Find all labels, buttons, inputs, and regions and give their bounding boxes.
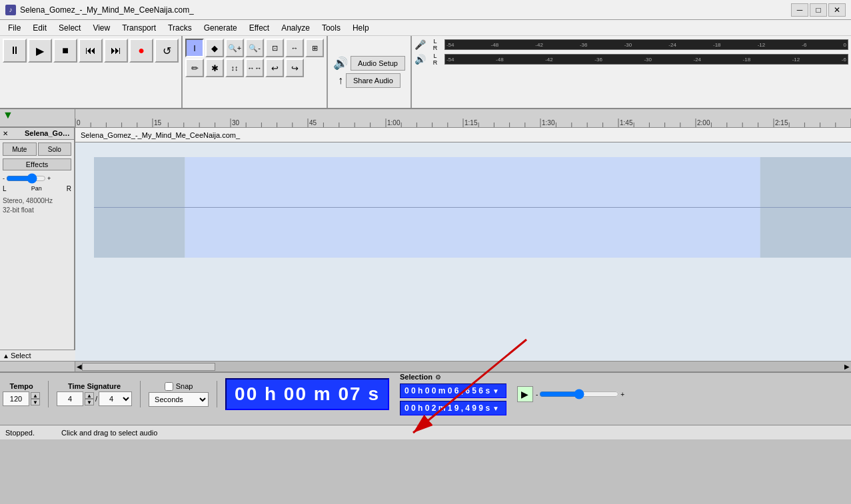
snap-dropdown[interactable]: Seconds Beats Bars Samples <box>149 392 209 407</box>
undo-button[interactable]: ↩ <box>265 59 284 77</box>
multi-tool-button[interactable]: ✱ <box>205 59 224 77</box>
mic-icon[interactable]: 🎤 <box>415 39 426 50</box>
menu-select[interactable]: Select <box>53 22 86 34</box>
share-audio-button[interactable]: Share Audio <box>346 73 401 88</box>
timesig-num-down[interactable]: ▼ <box>85 399 94 405</box>
record-meter-row: 🎤 LR -54 -48 -42 -36 -30 -24 -18 -12 -6 … <box>415 37 848 52</box>
track-info: Stereo, 48000Hz32-bit float <box>3 196 71 215</box>
tools-toolbar: I ◆ 🔍+ 🔍- ⊡ ↔ ⊞ ✏ ✱ ↕↕ ↔↔ ↩ ↪ <box>183 36 328 108</box>
skip-forward-button[interactable]: ⏭ <box>104 39 128 63</box>
timesig-num-input[interactable] <box>57 391 83 406</box>
hscrollbar-track[interactable]: ◀ ▶ <box>75 362 851 372</box>
zoom-out-button[interactable]: 🔍- <box>245 39 264 57</box>
zoom-in-button[interactable]: 🔍+ <box>225 39 244 57</box>
speaker-meter-icon[interactable]: 🔊 <box>415 54 426 65</box>
waveform-container[interactable]: Selena_Gomez_-_My_Mind_Me_CeeNaija.com_ <box>75 128 851 361</box>
playback-play-button[interactable]: ▶ <box>517 386 533 402</box>
zoom-sel-button[interactable]: ⊡ <box>265 39 284 57</box>
select-row: ▲ Select <box>0 350 75 361</box>
play-button[interactable]: ▶ <box>28 39 52 63</box>
instruction-text: Click and drag to select audio <box>61 429 157 437</box>
audio-setup-button[interactable]: Audio Setup <box>351 56 405 71</box>
zoom-fit2-button[interactable]: ⊞ <box>305 39 324 57</box>
track-controls: Mute Solo Effects - + L Pan R Stereo, 48… <box>0 140 74 218</box>
snap-checkbox[interactable] <box>165 382 173 391</box>
waveform-title-bar: Selena_Gomez_-_My_Mind_Me_CeeNaija.com_ <box>75 128 851 142</box>
effects-button[interactable]: Effects <box>3 158 71 170</box>
envelope-tool-button[interactable]: ◆ <box>205 39 224 57</box>
hscrollbar-thumb[interactable] <box>82 363 215 371</box>
bottom-bar: Tempo ▲ ▼ Time Signature ▲ ▼ / <box>0 372 851 425</box>
selection-start-display: 0 0 h 0 0 m 0 6 , 6 5 6 s ▼ <box>400 383 506 398</box>
solo-button[interactable]: Solo <box>38 142 72 156</box>
select-tool-button[interactable]: I <box>185 39 204 57</box>
menu-view[interactable]: View <box>87 22 115 34</box>
track-close-button[interactable]: ✕ <box>3 130 8 137</box>
tempo-input[interactable] <box>3 391 29 406</box>
menu-tools[interactable]: Tools <box>317 22 346 34</box>
waveform-title-text: Selena_Gomez_-_My_Mind_Me_CeeNaija.com_ <box>81 131 240 139</box>
maximize-button[interactable]: □ <box>810 3 827 17</box>
toolbar: ⏸ ▶ ■ ⏮ ⏭ ● ↺ I ◆ 🔍+ 🔍- ⊡ ↔ ⊞ ✏ ✱ ↕↕ ↔↔ … <box>0 36 851 109</box>
menu-effect[interactable]: Effect <box>244 22 275 34</box>
timesig-slash: / <box>95 395 97 403</box>
sel-end-arrow[interactable]: ▼ <box>492 405 499 412</box>
track-name: Selena_Gom▾ <box>25 129 71 138</box>
menu-edit[interactable]: Edit <box>27 22 52 34</box>
record-button[interactable]: ● <box>129 39 153 63</box>
status-and-controls: Tempo ▲ ▼ Time Signature ▲ ▼ / <box>0 373 851 415</box>
scroll-right-button[interactable]: ▶ <box>844 363 850 370</box>
compress-button[interactable]: ↕↕ <box>225 59 244 77</box>
sel-start-row: 0 0 h 0 0 m 0 6 , 6 5 6 s ▼ <box>400 383 506 398</box>
track-info-text: Stereo, 48000Hz32-bit float <box>3 197 53 214</box>
menu-generate[interactable]: Generate <box>199 22 243 34</box>
tempo-down-arrow[interactable]: ▼ <box>31 399 40 405</box>
select-label[interactable]: Select <box>11 352 31 360</box>
stop-button[interactable]: ■ <box>53 39 77 63</box>
title-bar-controls[interactable]: ─ □ ✕ <box>791 3 846 17</box>
playhead-arrow[interactable]: ▼ <box>0 107 16 123</box>
skip-back-button[interactable]: ⏮ <box>79 39 103 63</box>
menu-file[interactable]: File <box>3 22 26 34</box>
selection-end-display: 0 0 h 0 2 m 1 9 , 4 9 9 s ▼ <box>400 401 506 415</box>
redo-button[interactable]: ↪ <box>285 59 304 77</box>
selection-settings-icon[interactable]: ⚙ <box>435 374 441 381</box>
draw-tool-button[interactable]: ✏ <box>185 59 204 77</box>
timesig-num-spin: ▲ ▼ <box>85 392 94 405</box>
menu-help[interactable]: Help <box>347 22 375 34</box>
divider2 <box>140 381 141 407</box>
tools-row1: I ◆ 🔍+ 🔍- ⊡ ↔ ⊞ <box>185 39 324 57</box>
gain-range[interactable] <box>6 174 46 182</box>
meter-area: 🎤 LR -54 -48 -42 -36 -30 -24 -18 -12 -6 … <box>412 36 851 108</box>
tempo-up-arrow[interactable]: ▲ <box>31 392 40 399</box>
tempo-spin-arrows: ▲ ▼ <box>31 392 40 405</box>
menu-analyze[interactable]: Analyze <box>276 22 315 34</box>
timesig-num-up[interactable]: ▲ <box>85 392 94 399</box>
pan-center-label: Pan <box>31 185 42 192</box>
select-arrow-up[interactable]: ▲ <box>3 352 9 360</box>
menu-bar: File Edit Select View Transport Tracks G… <box>0 20 851 36</box>
menu-tracks[interactable]: Tracks <box>163 22 197 34</box>
zoom-fit-button[interactable]: ↔ <box>285 39 304 57</box>
playback-section: ▶ - + <box>517 386 624 402</box>
horizontal-scrollbar[interactable]: ◀ ▶ <box>0 361 851 372</box>
playback-min-icon: - <box>536 391 538 398</box>
ruler-ticks[interactable] <box>75 109 851 127</box>
close-button[interactable]: ✕ <box>828 3 846 17</box>
loop-button[interactable]: ↺ <box>155 39 179 63</box>
sel-start-arrow[interactable]: ▼ <box>492 387 499 395</box>
sel-end-row: 0 0 h 0 2 m 1 9 , 4 9 9 s ▼ <box>400 401 506 415</box>
minimize-button[interactable]: ─ <box>791 3 808 17</box>
pause-button[interactable]: ⏸ <box>3 39 27 63</box>
speaker-icon: 🔊 <box>333 56 348 71</box>
menu-transport[interactable]: Transport <box>117 22 161 34</box>
scroll-left-button[interactable]: ◀ <box>77 363 82 370</box>
stretch-button[interactable]: ↔↔ <box>245 59 264 77</box>
gain-slider[interactable]: - + <box>3 174 71 182</box>
status-bar: Stopped. Click and drag to select audio <box>0 425 851 439</box>
timesig-den-select[interactable]: 4 8 16 <box>99 391 132 406</box>
waveform-canvas-area[interactable] <box>75 142 851 361</box>
meter-lr-label-rec: LR <box>428 38 442 51</box>
playback-speed-slider[interactable] <box>539 389 619 399</box>
mute-button[interactable]: Mute <box>3 142 37 156</box>
